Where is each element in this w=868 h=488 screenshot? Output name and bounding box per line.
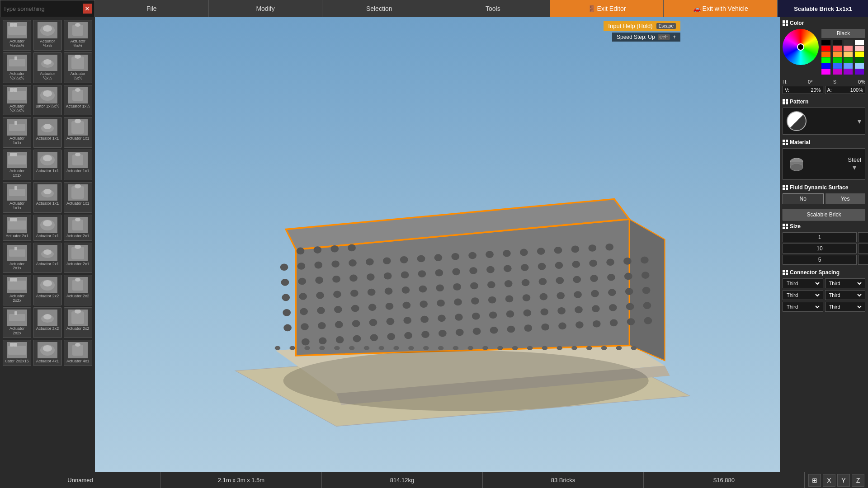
color-swatch[interactable] (855, 46, 864, 51)
part-item[interactable]: Actuator ¼x¼ (64, 20, 92, 51)
connector-dropdown-1[interactable]: ThirdHalfQuarter (827, 280, 863, 286)
fluid-yes-button[interactable]: Yes (826, 193, 866, 204)
part-item[interactable]: Actuator 1x1 (33, 117, 61, 148)
part-item[interactable]: Actuator 2x1 (33, 243, 61, 273)
part-item[interactable]: Actuator ½x½ (33, 52, 61, 83)
exit-with-vehicle-button[interactable]: 🚗 Exit with Vehicle (664, 0, 778, 17)
part-item[interactable]: Actuator 4x1 (33, 340, 61, 366)
color-wheel-container: Black (783, 29, 865, 76)
color-swatch[interactable] (833, 69, 842, 75)
part-item[interactable]: Actuator 1x1x (3, 117, 31, 148)
part-item[interactable]: uator 2x2x15 (3, 340, 31, 366)
part-item[interactable]: Actuator 1x1 (33, 182, 61, 213)
part-item[interactable]: Actuator 2x2x (3, 275, 31, 305)
part-item[interactable]: Actuator 2x2 (33, 275, 61, 305)
x-axis-button[interactable]: X (823, 474, 835, 487)
part-item[interactable]: Actuator ½x½x½ (3, 85, 31, 116)
color-swatch[interactable] (855, 40, 864, 45)
color-swatch[interactable] (833, 63, 842, 69)
color-swatch[interactable] (855, 52, 864, 57)
search-input[interactable] (3, 5, 83, 12)
part-item[interactable]: Actuator 2x1 (64, 215, 92, 241)
part-item[interactable]: Actuator ½x½ (64, 52, 92, 83)
part-item[interactable]: Actuator 2x2x (3, 307, 31, 338)
color-swatch[interactable] (844, 57, 853, 63)
part-item[interactable]: Actuator 1x1x (3, 182, 31, 213)
part-item[interactable]: Actuator 1x1 (64, 182, 92, 213)
connector-select-5[interactable]: ThirdHalfQuarter (825, 302, 866, 312)
color-grid-icon (783, 20, 788, 26)
selection-button[interactable]: Selection (322, 0, 436, 17)
connector-select-2[interactable]: ThirdHalfQuarter (783, 290, 823, 300)
size-field-1[interactable] (858, 232, 868, 242)
color-name-button[interactable]: Black (821, 29, 865, 38)
search-close-button[interactable]: ✕ (83, 4, 92, 14)
modify-button[interactable]: Modify (209, 0, 323, 17)
size-field-2[interactable] (783, 244, 857, 253)
color-wheel[interactable] (783, 29, 819, 65)
pattern-box[interactable]: ▾ (783, 108, 865, 135)
color-swatch[interactable] (844, 69, 853, 75)
part-item[interactable]: uator 1x½x½ (33, 85, 61, 116)
color-swatch[interactable] (821, 57, 830, 63)
connector-dropdown-2[interactable]: ThirdHalfQuarter (785, 292, 821, 298)
scalable-brick-button[interactable]: Scalable Brick (783, 209, 865, 221)
part-item[interactable]: Actuator 1x1x (3, 150, 31, 180)
part-item[interactable]: Actuator 2x2 (64, 275, 92, 305)
material-box[interactable]: Steel ▾ (783, 148, 865, 180)
file-button[interactable]: File (95, 0, 209, 17)
color-swatch[interactable] (821, 46, 830, 51)
part-item[interactable]: Actuator 2x2 (64, 307, 92, 338)
color-swatch[interactable] (833, 46, 842, 51)
connector-select-0[interactable]: ThirdHalfQuarter (783, 278, 823, 288)
part-item[interactable]: Actuator 2x1 (33, 215, 61, 241)
z-axis-button[interactable]: Z (852, 474, 864, 487)
connector-select-4[interactable]: ThirdHalfQuarter (783, 302, 823, 312)
part-item[interactable]: Actuator 4x1 (64, 340, 92, 366)
connector-dropdown-5[interactable]: ThirdHalfQuarter (827, 304, 863, 310)
part-item[interactable]: Actuator 2x2 (33, 307, 61, 338)
a-field[interactable]: A: 100% (825, 86, 866, 94)
color-swatch[interactable] (855, 57, 864, 63)
size-field-3[interactable] (858, 244, 868, 253)
color-swatch[interactable] (855, 69, 864, 75)
size-field-0[interactable] (783, 232, 857, 242)
exit-editor-button[interactable]: 🚪 Exit Editor (550, 0, 664, 17)
y-axis-button[interactable]: Y (837, 474, 850, 487)
tools-button[interactable]: Tools (436, 0, 550, 17)
size-field-4[interactable] (783, 255, 857, 265)
color-swatch[interactable] (833, 40, 842, 45)
part-item[interactable]: Actuator ¼x¼x¼ (3, 20, 31, 51)
part-item[interactable]: Actuator 2x1x (3, 243, 31, 273)
color-swatch[interactable] (833, 57, 842, 63)
part-item[interactable]: Actuator 1x½ (64, 85, 92, 116)
part-icon (68, 119, 88, 136)
color-swatch[interactable] (821, 69, 830, 75)
color-swatch[interactable] (821, 40, 830, 45)
color-swatch[interactable] (844, 63, 853, 69)
color-swatch[interactable] (844, 40, 853, 45)
connector-select-1[interactable]: ThirdHalfQuarter (825, 278, 866, 288)
part-item[interactable]: Actuator 1x1 (64, 150, 92, 180)
part-item[interactable]: Actuator 1x1 (33, 150, 61, 180)
connector-dropdown-0[interactable]: ThirdHalfQuarter (785, 280, 821, 286)
color-swatch[interactable] (821, 52, 830, 57)
part-item[interactable]: Actuator 2x1 (3, 215, 31, 241)
connector-select-3[interactable]: ThirdHalfQuarter (825, 290, 866, 300)
part-item[interactable]: Actuator ¼x¼ (33, 20, 61, 51)
connector-dropdown-3[interactable]: ThirdHalfQuarter (827, 292, 863, 298)
v-field[interactable]: V: 20% (783, 86, 823, 94)
connector-dropdown-4[interactable]: ThirdHalfQuarter (785, 304, 821, 310)
color-swatch[interactable] (844, 46, 853, 51)
size-field-5[interactable] (858, 255, 868, 265)
color-swatch[interactable] (844, 52, 853, 57)
part-item[interactable]: Actuator 1x1 (64, 117, 92, 148)
color-swatch[interactable] (821, 63, 830, 69)
grid-view-button[interactable]: ⊞ (808, 474, 821, 487)
viewport[interactable]: Input Help (Hold) Escape Speed Step: Up … (95, 17, 780, 472)
fluid-no-button[interactable]: No (783, 193, 824, 204)
color-swatch[interactable] (833, 52, 842, 57)
part-item[interactable]: Actuator 2x1 (64, 243, 92, 273)
color-swatch[interactable] (855, 63, 864, 69)
part-item[interactable]: Actuator ½x½x½ (3, 52, 31, 83)
